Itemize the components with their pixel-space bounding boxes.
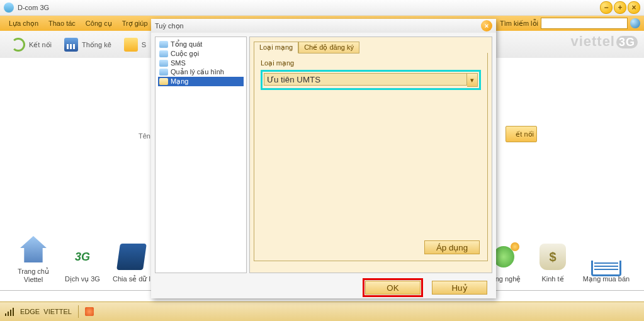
network-type-highlight: ▾ bbox=[261, 70, 481, 90]
tree-network[interactable]: Mạng bbox=[158, 77, 244, 86]
tab-network-type[interactable]: Loại mạng bbox=[254, 42, 298, 54]
ok-button[interactable]: OK bbox=[365, 281, 421, 295]
folder-icon bbox=[159, 69, 168, 76]
tab-register-mode[interactable]: Chế độ đăng ký bbox=[298, 42, 359, 54]
folder-icon bbox=[159, 50, 168, 57]
dialog-title: Tuỳ chọn bbox=[155, 22, 184, 30]
cancel-button[interactable]: Huỷ bbox=[432, 281, 487, 295]
ok-highlight: OK bbox=[363, 278, 423, 297]
dialog-title-bar: Tuỳ chọn × bbox=[151, 19, 496, 33]
network-type-value[interactable] bbox=[264, 73, 467, 86]
dialog-footer: OK Huỷ bbox=[151, 277, 496, 298]
network-type-dropdown[interactable]: ▾ bbox=[264, 73, 478, 87]
options-dialog: Tuỳ chọn × Tổng quát Cuộc gọi SMS Quản l… bbox=[151, 19, 496, 298]
chevron-down-icon[interactable]: ▾ bbox=[467, 73, 478, 87]
app-window: D-com 3G − + × Lựa chọn Thao tác Công cụ… bbox=[0, 0, 644, 321]
tab-page: Loại mạng ▾ Áp dụng bbox=[254, 53, 488, 261]
network-type-label: Loại mạng bbox=[261, 59, 481, 67]
tree-general[interactable]: Tổng quát bbox=[158, 40, 244, 49]
apply-button[interactable]: Áp dụng bbox=[424, 240, 480, 254]
tree-profile[interactable]: Quản lý cấu hình bbox=[158, 67, 244, 77]
folder-open-icon bbox=[159, 78, 168, 85]
options-pane: Loại mạng Chế độ đăng ký Loại mạng ▾ Áp … bbox=[249, 37, 492, 273]
options-tree: Tổng quát Cuộc gọi SMS Quản lý cấu hình … bbox=[155, 37, 247, 273]
dialog-close-button[interactable]: × bbox=[481, 20, 492, 31]
tree-sms[interactable]: SMS bbox=[158, 59, 244, 67]
dialog-layer: Tuỳ chọn × Tổng quát Cuộc gọi SMS Quản l… bbox=[0, 0, 644, 321]
folder-icon bbox=[159, 60, 168, 67]
tree-calls[interactable]: Cuộc gọi bbox=[158, 49, 244, 59]
folder-icon bbox=[159, 41, 168, 48]
